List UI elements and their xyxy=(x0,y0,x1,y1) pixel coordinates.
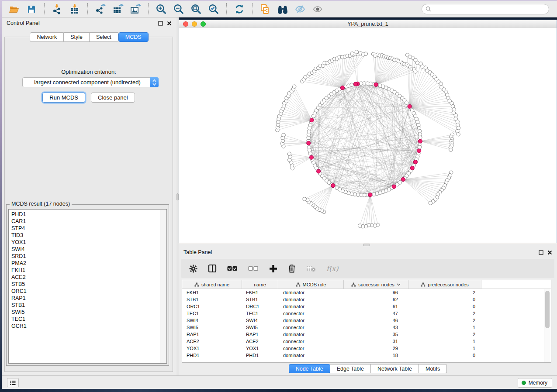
column-header-predecessor-nodes[interactable]: predecessor nodes xyxy=(408,280,481,289)
table-cell[interactable]: 18 xyxy=(344,353,408,358)
save-session-button[interactable] xyxy=(24,3,39,16)
maximize-window-icon[interactable] xyxy=(201,21,206,27)
table-cell[interactable]: 29 xyxy=(344,346,408,351)
delete-column-button[interactable] xyxy=(288,264,296,273)
mcds-result-item[interactable]: PMA2 xyxy=(11,260,166,267)
select-all-button[interactable] xyxy=(227,266,238,271)
mcds-result-item[interactable]: SRD1 xyxy=(11,253,166,260)
table-cell[interactable]: SWI5 xyxy=(182,325,242,330)
table-cell[interactable]: 2 xyxy=(408,332,481,337)
table-cell[interactable]: 0 xyxy=(408,297,481,302)
add-column-button[interactable] xyxy=(269,265,277,273)
zoom-out-button[interactable] xyxy=(171,3,187,16)
mcds-result-item[interactable]: CAR1 xyxy=(11,218,166,225)
tab-style[interactable]: Style xyxy=(64,32,90,42)
mcds-result-item[interactable]: ORC1 xyxy=(11,288,166,295)
table-cell[interactable]: TEC1 xyxy=(182,311,242,316)
table-cell[interactable]: dominator xyxy=(278,304,344,309)
table-row[interactable]: PHD1PHD1dominator180 xyxy=(182,352,551,359)
mcds-list-scrollbar[interactable] xyxy=(160,210,166,363)
table-cell[interactable]: connector xyxy=(278,346,344,351)
table-cell[interactable]: dominator xyxy=(278,353,344,358)
close-panel-icon[interactable] xyxy=(167,21,172,26)
copy-network-view-button[interactable] xyxy=(257,3,273,16)
tab-mcds[interactable]: MCDS xyxy=(118,32,149,42)
table-cell[interactable]: SWI4 xyxy=(182,318,242,323)
tab-network-table[interactable]: Network Table xyxy=(371,364,419,373)
mcds-result-item[interactable]: YOX1 xyxy=(11,239,166,246)
close-panel-icon[interactable] xyxy=(547,250,552,255)
table-cell[interactable]: connector xyxy=(278,325,344,330)
mcds-result-item[interactable]: STB1 xyxy=(11,302,166,309)
table-cell[interactable]: 43 xyxy=(344,325,408,330)
table-cell[interactable]: SWI4 xyxy=(242,318,278,323)
task-history-button[interactable] xyxy=(7,378,19,387)
table-cell[interactable]: 35 xyxy=(344,332,408,337)
table-scrollbar[interactable] xyxy=(544,289,551,362)
table-cell[interactable]: dominator xyxy=(278,297,344,302)
table-cell[interactable]: STB1 xyxy=(242,297,278,302)
close-panel-button[interactable]: Close panel xyxy=(91,93,135,103)
table-cell[interactable]: PHD1 xyxy=(242,353,278,358)
network-titlebar[interactable]: YPA_prune.txt_1 xyxy=(179,20,557,28)
table-cell[interactable]: connector xyxy=(278,339,344,344)
table-cell[interactable]: ACE2 xyxy=(182,339,242,344)
table-cell[interactable]: RAP1 xyxy=(242,332,278,337)
table-cell[interactable]: dominator xyxy=(278,290,344,295)
mcds-result-item[interactable]: STP4 xyxy=(11,225,166,232)
zoom-selected-button[interactable] xyxy=(206,3,221,16)
refresh-view-button[interactable] xyxy=(232,3,247,16)
column-header-MCDS-role[interactable]: MCDS role xyxy=(278,280,344,289)
mcds-result-item[interactable]: STB5 xyxy=(11,281,166,288)
table-row[interactable]: ACE2ACE2connector311 xyxy=(182,338,551,345)
table-cell[interactable]: dominator xyxy=(278,332,344,337)
table-cell[interactable]: dominator xyxy=(278,318,344,323)
tab-network[interactable]: Network xyxy=(30,32,64,42)
column-chooser-button[interactable] xyxy=(208,264,217,273)
import-network-button[interactable] xyxy=(49,3,65,16)
table-cell[interactable]: YOX1 xyxy=(182,346,242,351)
table-cell[interactable]: 46 xyxy=(344,318,408,323)
table-cell[interactable]: 0 xyxy=(408,353,481,358)
table-row[interactable]: RAP1RAP1dominator352 xyxy=(182,331,551,338)
mcds-result-item[interactable]: SWI4 xyxy=(11,246,166,253)
table-cell[interactable]: 61 xyxy=(344,304,408,309)
table-cell[interactable]: 0 xyxy=(408,304,481,309)
table-row[interactable]: STB1STB1dominator620 xyxy=(182,296,551,303)
table-cell[interactable]: 31 xyxy=(344,339,408,344)
search-input[interactable] xyxy=(434,6,545,13)
table-scrollbar-thumb[interactable] xyxy=(545,291,550,328)
table-row[interactable]: SWI4SWI4dominator462 xyxy=(182,317,551,324)
network-search-box[interactable] xyxy=(422,4,549,14)
table-settings-button[interactable] xyxy=(189,265,197,273)
column-header-successor-nodes[interactable]: successor nodes xyxy=(344,280,408,289)
mcds-result-item[interactable]: ACE2 xyxy=(11,274,166,281)
mcds-result-item[interactable]: FKH1 xyxy=(11,267,166,274)
mcds-result-item[interactable]: TEC1 xyxy=(11,316,166,323)
eye-button[interactable] xyxy=(310,3,325,16)
delete-table-button[interactable] xyxy=(306,265,316,272)
table-cell[interactable]: YOX1 xyxy=(242,346,278,351)
float-panel-icon[interactable] xyxy=(539,250,543,255)
table-row[interactable]: ORC1ORC1dominator610 xyxy=(182,303,551,310)
memory-status-button[interactable]: Memory xyxy=(518,378,552,388)
table-cell[interactable]: 1 xyxy=(408,339,481,344)
column-header-shared-name[interactable]: shared name xyxy=(182,280,242,289)
open-file-button[interactable] xyxy=(6,3,22,16)
network-canvas[interactable] xyxy=(179,28,557,243)
mcds-result-item[interactable]: GCR1 xyxy=(11,323,166,330)
table-cell[interactable]: 62 xyxy=(344,297,408,302)
export-table-button[interactable] xyxy=(110,3,126,16)
table-cell[interactable]: 96 xyxy=(344,290,408,295)
table-cell[interactable]: FKH1 xyxy=(242,290,278,295)
table-cell[interactable]: ORC1 xyxy=(242,304,278,309)
table-cell[interactable]: 2 xyxy=(408,311,481,316)
close-window-icon[interactable] xyxy=(183,21,188,27)
column-header-name[interactable]: name xyxy=(242,280,278,289)
table-cell[interactable]: TEC1 xyxy=(242,311,278,316)
import-table-button[interactable] xyxy=(67,3,83,16)
run-mcds-button[interactable]: Run MCDS xyxy=(42,93,85,103)
zoom-fit-button[interactable] xyxy=(188,3,204,16)
tab-edge-table[interactable]: Edge Table xyxy=(330,364,371,373)
tab-select[interactable]: Select xyxy=(90,32,118,42)
